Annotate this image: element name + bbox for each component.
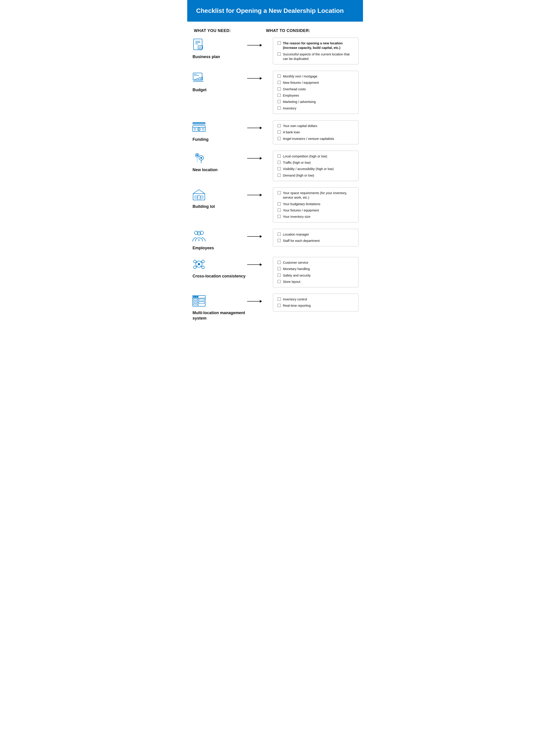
svg-point-43 [193, 260, 196, 263]
label-multi-location: Multi-location management system [192, 310, 257, 321]
checkbox[interactable] [278, 107, 281, 110]
checkbox[interactable] [278, 161, 281, 164]
item-text: Traffic (high or low) [283, 160, 354, 165]
item-text: Customer service [283, 260, 354, 265]
checklist-item: Your own capital dollars [278, 124, 354, 128]
checkbox[interactable] [278, 215, 281, 218]
checkbox[interactable] [278, 52, 281, 56]
svg-point-60 [193, 296, 195, 297]
svg-rect-9 [197, 75, 199, 76]
svg-rect-33 [195, 196, 197, 198]
checklist-item: Inventory [278, 106, 354, 111]
left-col-employees: Employees [192, 229, 259, 251]
checklist-item: Safety and security [278, 273, 354, 278]
connector-employees [247, 235, 262, 238]
label-budget: Budget [192, 87, 206, 93]
checklist-item: Angel investors / venture capitalists [278, 136, 354, 141]
checkbox[interactable] [278, 239, 281, 242]
budget-icon [192, 71, 206, 85]
item-text: Safety and security [283, 273, 354, 278]
checkbox[interactable] [278, 202, 281, 205]
right-col-new-location: Local competition (high or low)Traffic (… [259, 151, 359, 181]
item-text: Monthly rent / mortgage [283, 74, 354, 79]
checklist-item: Store layout [278, 279, 354, 284]
checklist-item: Demand (high or low) [278, 173, 354, 178]
checkbox[interactable] [278, 304, 281, 307]
checklist-box-multi-location: Inventory controlReal-time reporting [273, 294, 359, 311]
item-text: Your inventory size [283, 214, 354, 219]
connector-budget [247, 77, 262, 80]
svg-rect-59 [199, 302, 204, 304]
row-employees: EmployeesLocation managerStaff for each … [192, 229, 359, 251]
checkbox[interactable] [278, 174, 281, 177]
checkbox[interactable] [278, 154, 281, 158]
item-text: Marketing / advertising [283, 100, 354, 104]
connector-funding [247, 127, 262, 129]
checklist-item: A bank loan [278, 130, 354, 134]
checkbox[interactable] [278, 209, 281, 212]
row-cross-location: Cross-location consistencyCustomer servi… [192, 257, 359, 287]
svg-line-32 [199, 190, 205, 194]
management-icon [192, 294, 206, 308]
page-header: Checklist for Opening a New Dealership L… [187, 0, 363, 22]
checkbox[interactable] [278, 94, 281, 97]
svg-rect-13 [194, 79, 196, 80]
checkbox[interactable] [278, 81, 281, 84]
row-business-plan: x² ÷x Business planThe reason for openin… [192, 38, 359, 64]
checklist-item: New fixtures / equipment [278, 80, 354, 85]
checkbox[interactable] [278, 274, 281, 277]
left-col-cross-location: Cross-location consistency [192, 257, 259, 279]
checklist-item: Local competition (high or low) [278, 154, 354, 159]
svg-rect-22 [194, 128, 196, 130]
checklist-box-employees: Location managerStaff for each departmen… [273, 229, 359, 247]
checklist-box-business-plan: The reason for opening a new location (i… [273, 38, 359, 64]
checkbox[interactable] [278, 100, 281, 103]
item-text: Your own capital dollars [283, 124, 354, 128]
checklist-box-cross-location: Customer serviceMonetary handlingSafety … [273, 257, 359, 287]
checkbox[interactable] [278, 130, 281, 134]
item-text: Inventory [283, 106, 354, 111]
checklist-item: Your fixtures / equipment [278, 208, 354, 213]
checklist-item: Marketing / advertising [278, 100, 354, 104]
connector-multi-location [247, 300, 262, 303]
checklist-item: Monthly rent / mortgage [278, 74, 354, 79]
item-text: Your space requirements (for your invent… [283, 191, 354, 200]
checkbox[interactable] [278, 75, 281, 78]
row-funding: $ FundingYour own capital dollarsA bank … [192, 120, 359, 144]
checklist-item: Monetary handling [278, 267, 354, 271]
svg-rect-11 [199, 77, 200, 80]
row-building-lot: Building lotYour space requirements (for… [192, 187, 359, 222]
consistency-icon [192, 257, 206, 271]
checkbox[interactable] [278, 137, 281, 140]
business-plan-icon: x² ÷x [192, 38, 206, 52]
right-col-cross-location: Customer serviceMonetary handlingSafety … [259, 257, 359, 287]
checkbox[interactable] [278, 280, 281, 283]
funding-icon: $ [192, 120, 206, 135]
row-budget: BudgetMonthly rent / mortgageNew fixture… [192, 71, 359, 114]
checkbox[interactable] [278, 87, 281, 91]
svg-point-39 [197, 232, 201, 235]
right-col-budget: Monthly rent / mortgageNew fixtures / eq… [259, 71, 359, 114]
checkbox[interactable] [278, 167, 281, 170]
item-text: Employees [283, 93, 354, 98]
checkbox[interactable] [278, 261, 281, 264]
checkbox[interactable] [278, 267, 281, 270]
checkbox[interactable] [278, 191, 281, 194]
checklist-item: Your space requirements (for your invent… [278, 191, 354, 200]
connector-building-lot [247, 194, 262, 196]
svg-point-28 [200, 157, 202, 159]
page-title: Checklist for Opening a New Dealership L… [196, 7, 354, 14]
checkbox[interactable] [278, 297, 281, 301]
checkbox[interactable] [278, 233, 281, 236]
checkbox[interactable] [278, 41, 281, 45]
checklist-item: Real-time reporting [278, 303, 354, 308]
left-col-new-location: New location [192, 151, 259, 173]
checkbox[interactable] [278, 124, 281, 127]
checklist-item: Overhead costs [278, 87, 354, 91]
right-col-multi-location: Inventory controlReal-time reporting [259, 294, 359, 311]
right-col-employees: Location managerStaff for each departmen… [259, 229, 359, 247]
svg-point-46 [202, 266, 204, 269]
checklist-item: The reason for opening a new location (i… [278, 41, 354, 50]
employees-icon [192, 229, 206, 243]
right-col-business-plan: The reason for opening a new location (i… [259, 38, 359, 64]
